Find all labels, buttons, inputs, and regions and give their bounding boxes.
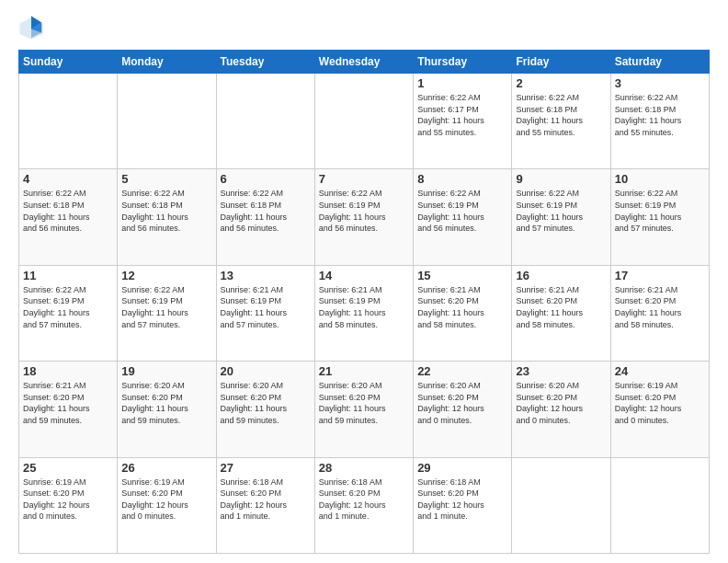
day-number: 21 <box>319 364 409 378</box>
calendar-cell: 15Sunrise: 6:21 AMSunset: 6:20 PMDayligh… <box>414 265 512 361</box>
calendar-table: SundayMondayTuesdayWednesdayThursdayFrid… <box>18 50 710 554</box>
calendar-cell: 27Sunrise: 6:18 AMSunset: 6:20 PMDayligh… <box>216 457 314 553</box>
calendar-cell <box>610 457 709 553</box>
calendar-week-row: 1Sunrise: 6:22 AMSunset: 6:17 PMDaylight… <box>19 74 710 169</box>
day-info: Sunrise: 6:20 AMSunset: 6:20 PMDaylight:… <box>319 380 409 426</box>
calendar-header-wednesday: Wednesday <box>314 51 413 74</box>
day-info: Sunrise: 6:18 AMSunset: 6:20 PMDaylight:… <box>417 477 507 523</box>
calendar-week-row: 25Sunrise: 6:19 AMSunset: 6:20 PMDayligh… <box>19 457 710 553</box>
day-info: Sunrise: 6:22 AMSunset: 6:19 PMDaylight:… <box>121 284 211 330</box>
calendar-cell: 6Sunrise: 6:22 AMSunset: 6:18 PMDaylight… <box>216 169 314 265</box>
calendar-week-row: 4Sunrise: 6:22 AMSunset: 6:18 PMDaylight… <box>19 169 710 265</box>
calendar-cell: 21Sunrise: 6:20 AMSunset: 6:20 PMDayligh… <box>314 362 413 457</box>
header <box>18 15 710 40</box>
calendar-cell: 14Sunrise: 6:21 AMSunset: 6:19 PMDayligh… <box>314 265 413 361</box>
logo <box>18 15 48 40</box>
day-number: 10 <box>615 172 705 186</box>
calendar-cell: 17Sunrise: 6:21 AMSunset: 6:20 PMDayligh… <box>610 265 709 361</box>
calendar-week-row: 18Sunrise: 6:21 AMSunset: 6:20 PMDayligh… <box>19 362 710 457</box>
day-info: Sunrise: 6:22 AMSunset: 6:19 PMDaylight:… <box>23 284 113 330</box>
day-info: Sunrise: 6:22 AMSunset: 6:19 PMDaylight:… <box>417 188 507 234</box>
day-number: 22 <box>417 364 507 378</box>
calendar-header-tuesday: Tuesday <box>216 51 314 74</box>
day-number: 15 <box>417 269 507 282</box>
day-number: 1 <box>417 76 507 90</box>
calendar-cell: 5Sunrise: 6:22 AMSunset: 6:18 PMDaylight… <box>118 169 216 265</box>
calendar-cell: 2Sunrise: 6:22 AMSunset: 6:18 PMDaylight… <box>512 74 610 169</box>
calendar-header-saturday: Saturday <box>610 51 709 74</box>
day-info: Sunrise: 6:21 AMSunset: 6:19 PMDaylight:… <box>221 284 311 330</box>
day-info: Sunrise: 6:21 AMSunset: 6:20 PMDaylight:… <box>417 284 507 330</box>
calendar-cell: 28Sunrise: 6:18 AMSunset: 6:20 PMDayligh… <box>314 457 413 553</box>
day-number: 20 <box>221 364 311 378</box>
calendar-cell: 24Sunrise: 6:19 AMSunset: 6:20 PMDayligh… <box>610 362 709 457</box>
day-number: 26 <box>121 461 211 475</box>
calendar-cell: 11Sunrise: 6:22 AMSunset: 6:19 PMDayligh… <box>19 265 118 361</box>
day-info: Sunrise: 6:20 AMSunset: 6:20 PMDaylight:… <box>121 380 211 426</box>
calendar-cell <box>216 74 314 169</box>
logo-icon <box>18 15 44 40</box>
day-number: 11 <box>23 269 113 282</box>
calendar-cell: 1Sunrise: 6:22 AMSunset: 6:17 PMDaylight… <box>414 74 512 169</box>
day-info: Sunrise: 6:20 AMSunset: 6:20 PMDaylight:… <box>221 380 311 426</box>
day-info: Sunrise: 6:22 AMSunset: 6:18 PMDaylight:… <box>23 188 113 234</box>
day-number: 14 <box>319 269 409 282</box>
calendar-cell <box>512 457 610 553</box>
day-number: 2 <box>516 76 606 90</box>
day-info: Sunrise: 6:19 AMSunset: 6:20 PMDaylight:… <box>615 380 705 426</box>
calendar-cell: 20Sunrise: 6:20 AMSunset: 6:20 PMDayligh… <box>216 362 314 457</box>
calendar-header-monday: Monday <box>118 51 216 74</box>
day-info: Sunrise: 6:18 AMSunset: 6:20 PMDaylight:… <box>221 477 311 523</box>
day-number: 12 <box>121 269 211 282</box>
day-info: Sunrise: 6:19 AMSunset: 6:20 PMDaylight:… <box>121 477 211 523</box>
calendar-cell: 29Sunrise: 6:18 AMSunset: 6:20 PMDayligh… <box>414 457 512 553</box>
calendar-cell: 9Sunrise: 6:22 AMSunset: 6:19 PMDaylight… <box>512 169 610 265</box>
day-number: 13 <box>221 269 311 282</box>
day-info: Sunrise: 6:21 AMSunset: 6:19 PMDaylight:… <box>319 284 409 330</box>
day-number: 25 <box>23 461 113 475</box>
day-info: Sunrise: 6:22 AMSunset: 6:18 PMDaylight:… <box>516 92 606 138</box>
day-info: Sunrise: 6:22 AMSunset: 6:19 PMDaylight:… <box>516 188 606 234</box>
calendar-header-thursday: Thursday <box>414 51 512 74</box>
day-info: Sunrise: 6:18 AMSunset: 6:20 PMDaylight:… <box>319 477 409 523</box>
calendar-cell: 26Sunrise: 6:19 AMSunset: 6:20 PMDayligh… <box>118 457 216 553</box>
calendar-week-row: 11Sunrise: 6:22 AMSunset: 6:19 PMDayligh… <box>19 265 710 361</box>
day-number: 27 <box>221 461 311 475</box>
calendar-cell <box>19 74 118 169</box>
calendar-cell: 19Sunrise: 6:20 AMSunset: 6:20 PMDayligh… <box>118 362 216 457</box>
day-number: 19 <box>121 364 211 378</box>
day-info: Sunrise: 6:22 AMSunset: 6:18 PMDaylight:… <box>121 188 211 234</box>
day-info: Sunrise: 6:22 AMSunset: 6:19 PMDaylight:… <box>615 188 705 234</box>
page: SundayMondayTuesdayWednesdayThursdayFrid… <box>0 0 728 563</box>
day-info: Sunrise: 6:22 AMSunset: 6:18 PMDaylight:… <box>221 188 311 234</box>
calendar-cell: 10Sunrise: 6:22 AMSunset: 6:19 PMDayligh… <box>610 169 709 265</box>
calendar-cell <box>314 74 413 169</box>
day-number: 5 <box>121 172 211 186</box>
calendar-cell: 3Sunrise: 6:22 AMSunset: 6:18 PMDaylight… <box>610 74 709 169</box>
calendar-cell <box>118 74 216 169</box>
calendar-cell: 13Sunrise: 6:21 AMSunset: 6:19 PMDayligh… <box>216 265 314 361</box>
day-number: 17 <box>615 269 705 282</box>
day-info: Sunrise: 6:20 AMSunset: 6:20 PMDaylight:… <box>516 380 606 426</box>
calendar-cell: 16Sunrise: 6:21 AMSunset: 6:20 PMDayligh… <box>512 265 610 361</box>
day-number: 18 <box>23 364 113 378</box>
day-info: Sunrise: 6:20 AMSunset: 6:20 PMDaylight:… <box>417 380 507 426</box>
day-info: Sunrise: 6:22 AMSunset: 6:17 PMDaylight:… <box>417 92 507 138</box>
day-info: Sunrise: 6:22 AMSunset: 6:18 PMDaylight:… <box>615 92 705 138</box>
day-info: Sunrise: 6:21 AMSunset: 6:20 PMDaylight:… <box>615 284 705 330</box>
day-number: 6 <box>221 172 311 186</box>
day-info: Sunrise: 6:19 AMSunset: 6:20 PMDaylight:… <box>23 477 113 523</box>
calendar-header-sunday: Sunday <box>19 51 118 74</box>
calendar-cell: 8Sunrise: 6:22 AMSunset: 6:19 PMDaylight… <box>414 169 512 265</box>
day-number: 4 <box>23 172 113 186</box>
calendar-cell: 4Sunrise: 6:22 AMSunset: 6:18 PMDaylight… <box>19 169 118 265</box>
calendar-header-row: SundayMondayTuesdayWednesdayThursdayFrid… <box>19 51 710 74</box>
day-number: 7 <box>319 172 409 186</box>
calendar-cell: 22Sunrise: 6:20 AMSunset: 6:20 PMDayligh… <box>414 362 512 457</box>
day-number: 24 <box>615 364 705 378</box>
calendar-cell: 23Sunrise: 6:20 AMSunset: 6:20 PMDayligh… <box>512 362 610 457</box>
day-number: 29 <box>417 461 507 475</box>
day-number: 8 <box>417 172 507 186</box>
calendar-cell: 12Sunrise: 6:22 AMSunset: 6:19 PMDayligh… <box>118 265 216 361</box>
day-number: 23 <box>516 364 606 378</box>
